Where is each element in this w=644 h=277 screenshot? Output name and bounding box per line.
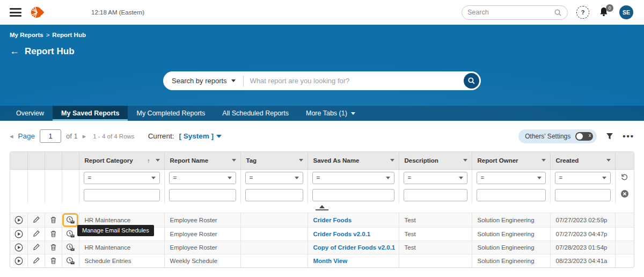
cell-report-category: HR Maintenance [79,240,164,254]
global-search [462,5,568,20]
prev-page-icon[interactable]: ◂ [10,132,13,140]
breadcrumb-report-hub[interactable]: Report Hub [52,32,86,38]
reset-filters-icon[interactable] [620,173,628,181]
search-submit-button[interactable] [464,73,479,89]
header-run [10,152,27,169]
cell-report-name: Weekly Schedule [164,254,240,267]
clear-filters-icon[interactable] [620,189,629,198]
header-edit [27,152,45,169]
page-number-input[interactable] [40,129,61,143]
header-report-name[interactable]: Report Name [164,152,240,169]
filter-operator-report-name[interactable]: = [169,172,236,184]
current-system-selector[interactable]: [ System ] [179,132,222,140]
cell-tag [240,213,308,227]
filter-input-report-name[interactable] [169,189,236,201]
tooltip: Manage Email Schedules [77,225,154,236]
next-page-icon[interactable]: ▸ [83,132,86,140]
header-report-owner[interactable]: Report Owner [472,152,550,169]
more-options-icon[interactable]: ••• [623,132,634,141]
kronos-logo-icon [30,5,44,19]
edit-report-icon[interactable] [30,255,42,267]
page-title: ← Report Hub [10,46,644,57]
notifications-bell[interactable]: 0 [598,6,611,19]
toggle-off-x: x [589,133,591,138]
collapse-filters-icon[interactable] [316,205,328,210]
chevron-down-icon [602,177,606,179]
avatar[interactable]: SE [619,5,633,19]
sort-asc-icon[interactable]: ↑ [147,157,150,164]
filter-operator-description[interactable]: = [404,172,467,184]
breadcrumb-my-reports[interactable]: My Reports [10,32,43,38]
manage-email-schedules-icon[interactable] [62,213,78,227]
delete-report-icon[interactable] [47,255,59,267]
cell-report-owner: Solution Engineering [472,240,550,254]
header-report-category[interactable]: Report Category↑ [79,152,164,169]
filter-input-description[interactable] [404,189,467,201]
column-menu-icon[interactable] [541,159,546,162]
run-report-icon[interactable] [13,214,25,226]
filter-input-saved-as-name[interactable] [312,189,394,201]
saved-as-link[interactable]: Copy of Crider Foods v2.0.1 [313,244,396,251]
column-menu-icon[interactable] [232,159,236,162]
back-arrow-icon[interactable]: ← [10,46,19,57]
run-report-icon[interactable] [13,242,25,253]
filter-operator-tag[interactable]: = [245,172,303,184]
delete-report-icon[interactable] [47,228,59,240]
cell-report-name: Employee Roster [164,213,240,227]
filter-input-created[interactable] [555,189,611,201]
breadcrumb: My Reports>Report Hub [0,25,644,38]
tab-overview[interactable]: Overview [8,106,53,121]
delete-report-icon[interactable] [47,242,59,253]
filter-input-report-category[interactable] [84,189,160,201]
header-saved-as-name[interactable]: Saved As Name [308,152,399,169]
others-settings-toggle[interactable]: x [575,132,593,141]
page-title-text: Report Hub [25,46,75,57]
hero-banner: My Reports>Report Hub ← Report Hub Searc… [0,25,644,121]
column-menu-icon[interactable] [463,159,467,162]
column-menu-icon[interactable] [299,159,303,162]
edit-report-icon[interactable] [30,242,42,253]
manage-email-schedules-icon[interactable] [64,242,76,253]
cell-description [399,254,472,267]
filter-input-tag[interactable] [245,189,303,201]
search-category-dropdown[interactable]: Search by reports [163,77,243,85]
cell-report-owner: Solution Engineering [472,227,550,240]
column-menu-icon[interactable] [606,159,611,162]
global-search-input[interactable] [467,9,554,16]
filter-funnel-icon[interactable] [605,132,614,141]
report-search-input[interactable] [244,77,464,85]
filter-operator-report-owner[interactable]: = [477,172,546,184]
saved-as-link[interactable]: Crider Foods v2.0.1 [313,231,371,237]
tab-my-completed-reports[interactable]: My Completed Reports [128,106,214,121]
chevron-down-icon [151,177,156,179]
search-icon [467,77,475,85]
manage-email-schedules-icon[interactable] [64,255,76,267]
filter-input-report-owner[interactable] [477,189,546,201]
grid-toolbar: ◂ Page of 1 ▸ 1 - 4 of 4 Rows Current: [… [0,121,644,151]
run-report-icon[interactable] [13,255,25,267]
table-row: Schedule Entries Weekly Schedule Month V… [10,254,634,267]
edit-report-icon[interactable] [30,214,42,226]
cell-report-owner: Solution Engineering [472,254,550,267]
tab-more-tabs[interactable]: More Tabs (1) [297,106,364,121]
cell-description: Test [399,213,472,227]
edit-report-icon[interactable] [30,228,42,240]
column-menu-icon[interactable] [156,159,160,162]
header-description[interactable]: Description [399,152,472,169]
run-report-icon[interactable] [13,228,25,240]
delete-report-icon[interactable] [47,214,59,226]
cell-created: 08/23/2023 04:41a [550,254,615,267]
filter-operator-report-category[interactable]: = [84,172,160,184]
tab-my-saved-reports[interactable]: My Saved Reports [53,106,128,121]
filter-operator-saved-as-name[interactable]: = [312,172,394,184]
tab-all-scheduled-reports[interactable]: All Scheduled Reports [214,106,297,121]
saved-as-link[interactable]: Crider Foods [313,217,352,223]
filter-operator-created[interactable]: = [555,172,611,184]
column-menu-icon[interactable] [390,159,394,162]
header-created[interactable]: Created [550,152,615,169]
hamburger-menu-icon[interactable] [10,8,21,17]
help-icon[interactable]: ? [576,6,589,19]
manage-email-schedules-icon[interactable] [64,228,76,240]
saved-as-link[interactable]: Month View [313,258,348,264]
header-tag[interactable]: Tag [240,152,308,169]
